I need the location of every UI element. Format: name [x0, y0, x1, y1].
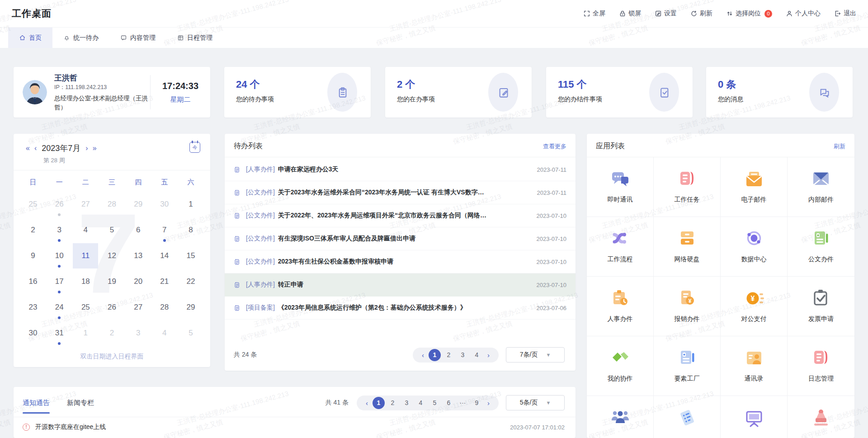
prev-year-button[interactable]: «	[24, 144, 32, 152]
app-即时通讯[interactable]: 即时通讯	[587, 157, 654, 217]
calendar-day[interactable]: 4	[151, 320, 178, 346]
calendar-day[interactable]: 26	[46, 191, 72, 217]
page-button[interactable]: 2	[443, 349, 455, 361]
todo-prev-page-button[interactable]: ‹	[419, 351, 427, 359]
calendar-day[interactable]: 26	[99, 294, 125, 320]
tab-content-mgmt[interactable]: 内容管理	[109, 28, 166, 48]
calendar-day[interactable]: 3	[125, 320, 151, 346]
todo-page-size-select[interactable]: 7条/页 ▼	[506, 347, 565, 363]
app-数据中心[interactable]: 数据中心	[721, 217, 788, 277]
calendar-day[interactable]: 30	[151, 191, 178, 217]
calendar-day[interactable]: 20	[125, 268, 151, 294]
calendar-day[interactable]: 15	[178, 243, 204, 268]
next-year-button[interactable]: »	[90, 144, 99, 152]
calendar-day[interactable]: 27	[125, 294, 151, 320]
calendar-day[interactable]: 3	[46, 217, 72, 243]
todo-item[interactable]: [公文办件] 关于2023年水务运维外采合同“2023年水务局统一认证 有生博大…	[225, 181, 576, 204]
calendar-day[interactable]: 6	[125, 217, 151, 243]
page-button[interactable]: 2	[387, 397, 399, 409]
calendar-day[interactable]: 1	[178, 191, 204, 217]
stat-card-3[interactable]: 0 条 您的消息	[706, 67, 853, 118]
header-select-post[interactable]: 选择岗位0	[726, 9, 772, 18]
calendar-day[interactable]: 7	[151, 217, 178, 243]
app-日志管理[interactable]: 日志管理	[788, 336, 854, 396]
header-lock-screen[interactable]: 锁屏	[619, 9, 641, 18]
page-button[interactable]: ···	[457, 397, 469, 409]
notice-tab-1[interactable]: 新闻专栏	[67, 399, 94, 414]
calendar-day[interactable]: 1	[72, 320, 99, 346]
calendar-day[interactable]: 19	[99, 268, 125, 294]
todo-item[interactable]: [公文办件] 有生深境ISO三体系年审人员配合及牌匾借出申请 2023-07-1…	[225, 227, 576, 250]
page-button[interactable]: 5	[429, 397, 441, 409]
todo-item[interactable]: [公文办件] 2023年有生社保公积金基数申报审核申请 2023-07-10	[225, 250, 576, 273]
todo-item[interactable]: [项目备案] 《2023年局信息系统运行维护（第2包：基础办公系统技术服务）》 …	[225, 297, 576, 320]
app-row5-16[interactable]	[587, 396, 654, 438]
app-row5-18[interactable]	[721, 396, 788, 438]
app-工作流程[interactable]: 工作流程	[587, 217, 654, 277]
calendar-day[interactable]: 4	[72, 217, 99, 243]
app-人事办件[interactable]: 人事办件	[587, 277, 654, 336]
calendar-day[interactable]: 2	[99, 320, 125, 346]
app-我的协作[interactable]: 我的协作	[587, 336, 654, 396]
apps-refresh-link[interactable]: 刷新	[834, 142, 845, 151]
notice-next-page-button[interactable]: ›	[485, 399, 492, 407]
todo-item[interactable]: [公文办件] 关于2022年、2023年水务局运维项目外采“北京市政务云服务合同…	[225, 204, 576, 227]
calendar-day[interactable]: 2	[20, 217, 46, 243]
calendar-day[interactable]: 5	[99, 217, 125, 243]
header-logout[interactable]: 退出	[834, 9, 856, 18]
notice-item[interactable]: ! 开源数字底座在gitee上线 2023-07-07 17:01:02	[14, 417, 576, 437]
page-button[interactable]: 3	[457, 349, 469, 361]
calendar-day[interactable]: 12	[99, 243, 125, 268]
app-发票申请[interactable]: 发票申请	[788, 277, 854, 336]
app-报销办件[interactable]: ¥ 报销办件	[654, 277, 721, 336]
calendar-day[interactable]: 18	[72, 268, 99, 294]
app-电子邮件[interactable]: 电子邮件	[721, 157, 788, 217]
header-fullscreen[interactable]: 全屏	[583, 9, 605, 18]
page-button[interactable]: 4	[415, 397, 427, 409]
calendar-day[interactable]: 27	[72, 191, 99, 217]
app-工作任务[interactable]: 工作任务	[654, 157, 721, 217]
calendar-day[interactable]: 8	[178, 217, 204, 243]
page-current[interactable]: 1	[429, 349, 441, 361]
header-refresh[interactable]: 刷新	[690, 9, 712, 18]
app-对公支付[interactable]: ¥ 对公支付	[721, 277, 788, 336]
notice-prev-page-button[interactable]: ‹	[363, 399, 371, 407]
prev-month-button[interactable]: ‹	[32, 144, 39, 152]
calendar-day[interactable]: 10	[46, 243, 72, 268]
todo-item[interactable]: [人事办件] 转正申请 2023-07-10	[225, 273, 576, 297]
calendar-day[interactable]: 11	[72, 243, 99, 268]
app-要素工厂[interactable]: 要素工厂	[654, 336, 721, 396]
calendar-day[interactable]: 29	[125, 191, 151, 217]
calendar-day[interactable]: 14	[151, 243, 178, 268]
tab-schedule-mgmt[interactable]: 日程管理	[166, 28, 223, 48]
calendar-day[interactable]: 16	[20, 268, 46, 294]
page-button[interactable]: 3	[401, 397, 413, 409]
app-公文办件[interactable]: 公文办件	[788, 217, 854, 277]
header-settings[interactable]: 设置	[655, 9, 677, 18]
calendar-day[interactable]: 9	[20, 243, 46, 268]
calendar-day[interactable]: 25	[72, 294, 99, 320]
app-row5-19[interactable]	[788, 396, 854, 438]
todo-next-page-button[interactable]: ›	[485, 351, 492, 359]
calendar-day[interactable]: 23	[20, 294, 46, 320]
calendar-day[interactable]: 22	[178, 268, 204, 294]
todo-item[interactable]: [人事办件] 申请在家远程办公3天 2023-07-11	[225, 158, 576, 181]
app-内部邮件[interactable]: 内部邮件	[788, 157, 854, 217]
app-网络硬盘[interactable]: 网络硬盘	[654, 217, 721, 277]
calendar-day[interactable]: 28	[151, 294, 178, 320]
calendar-day[interactable]: 21	[151, 268, 178, 294]
calendar-day[interactable]: 17	[46, 268, 72, 294]
calendar-day[interactable]: 13	[125, 243, 151, 268]
tab-unified-todo[interactable]: 统一待办	[52, 28, 109, 48]
stat-card-2[interactable]: 115 个 您的办结件事项	[546, 67, 693, 118]
page-button[interactable]: 4	[471, 349, 483, 361]
today-icon[interactable]: 今	[189, 142, 200, 153]
stat-card-1[interactable]: 2 个 您的在办事项	[385, 67, 532, 118]
calendar-day[interactable]: 25	[20, 191, 46, 217]
notice-page-size-select[interactable]: 5条/页 ▼	[506, 395, 565, 410]
view-more-link[interactable]: 查看更多	[543, 142, 566, 151]
notice-tab-0[interactable]: 通知通告	[23, 399, 50, 414]
stat-card-0[interactable]: 24 个 您的待办事项	[224, 67, 371, 118]
calendar-day[interactable]: 24	[46, 294, 72, 320]
avatar[interactable]	[23, 80, 47, 104]
